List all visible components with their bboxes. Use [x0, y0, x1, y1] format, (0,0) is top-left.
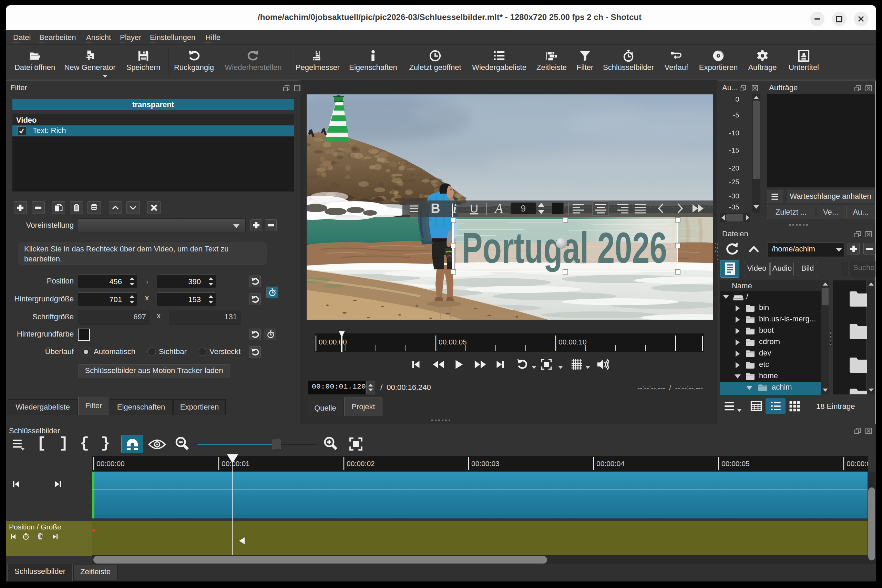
svg-text:00:00:06: 00:00:06 — [846, 459, 868, 468]
svg-text:A: A — [494, 201, 503, 216]
svg-text:00:00:04: 00:00:04 — [596, 459, 625, 468]
svg-text:00:00:00: 00:00:00 — [96, 459, 125, 468]
svg-text:U: U — [470, 202, 478, 215]
svg-text:00:00:10: 00:00:10 — [558, 338, 587, 346]
svg-text:B: B — [430, 201, 440, 216]
svg-text:i: i — [453, 202, 456, 216]
svg-text:00:00:02: 00:00:02 — [346, 459, 375, 468]
svg-text:00:00:05: 00:00:05 — [722, 459, 750, 468]
svg-text:00:00:03: 00:00:03 — [471, 459, 500, 468]
svg-text:9: 9 — [521, 203, 526, 214]
svg-text:00:00:05: 00:00:05 — [439, 338, 467, 346]
